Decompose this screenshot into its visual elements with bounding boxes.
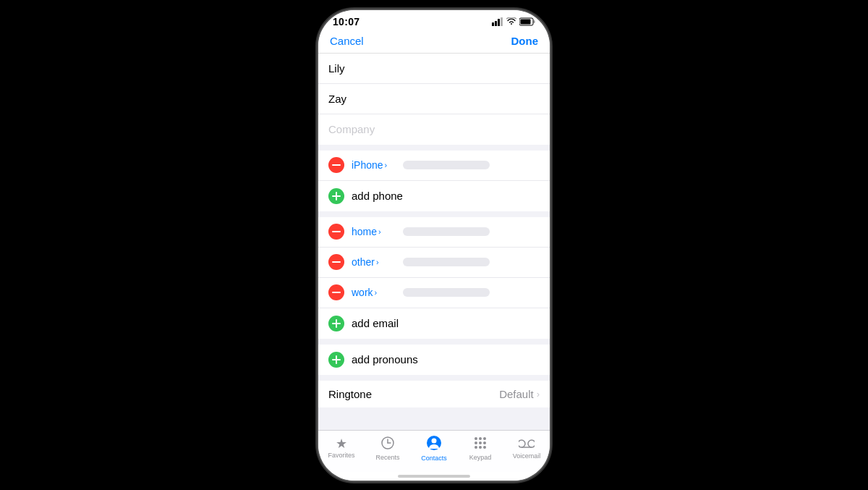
company-input[interactable] xyxy=(328,123,540,135)
favorites-icon: ★ xyxy=(336,437,347,450)
email-home-chevron: › xyxy=(378,227,381,236)
add-phone-button[interactable] xyxy=(328,188,344,204)
home-bar xyxy=(398,475,470,478)
ringtone-row[interactable]: Ringtone Default › xyxy=(318,381,550,407)
svg-rect-3 xyxy=(501,17,503,26)
svg-point-13 xyxy=(479,437,482,440)
first-name-row xyxy=(318,54,550,84)
svg-point-18 xyxy=(475,446,477,449)
svg-point-19 xyxy=(479,446,482,449)
nav-bar: Cancel Done xyxy=(318,30,550,54)
svg-rect-2 xyxy=(498,19,500,26)
last-name-row xyxy=(318,84,550,114)
tab-recents-label: Recents xyxy=(375,454,399,461)
ringtone-section: Ringtone Default › xyxy=(318,381,550,407)
voicemail-icon xyxy=(519,436,535,451)
tab-keypad-label: Keypad xyxy=(469,454,492,461)
contacts-icon xyxy=(426,435,442,453)
email-row-other: other › xyxy=(318,248,550,278)
battery-icon xyxy=(519,17,535,26)
add-email-label: add email xyxy=(352,317,399,329)
svg-point-17 xyxy=(483,442,486,444)
tab-favorites-label: Favorites xyxy=(328,452,354,459)
svg-point-20 xyxy=(483,446,486,449)
ringtone-value: Default xyxy=(499,388,534,400)
svg-point-16 xyxy=(479,442,482,444)
home-indicator xyxy=(318,472,550,481)
svg-point-11 xyxy=(432,438,437,443)
name-section xyxy=(318,54,550,145)
content-area: iPhone › add phone home › xyxy=(318,54,550,430)
pronouns-section: add pronouns xyxy=(318,345,550,375)
email-row-home: home › xyxy=(318,217,550,248)
add-pronouns-button[interactable] xyxy=(328,352,344,368)
tab-contacts-label: Contacts xyxy=(421,455,447,462)
company-row xyxy=(318,114,550,145)
phone-section: iPhone › add phone xyxy=(318,151,550,211)
ringtone-label: Ringtone xyxy=(328,388,372,400)
tab-contacts[interactable]: Contacts xyxy=(416,435,452,462)
remove-email-other-button[interactable] xyxy=(328,254,344,270)
add-pronouns-row[interactable]: add pronouns xyxy=(318,345,550,375)
svg-rect-0 xyxy=(492,22,494,26)
phone-label-iphone[interactable]: iPhone › xyxy=(352,159,399,171)
svg-rect-5 xyxy=(534,20,535,23)
first-name-input[interactable] xyxy=(328,62,540,75)
tab-keypad[interactable]: Keypad xyxy=(462,436,498,461)
add-phone-row[interactable]: add phone xyxy=(318,181,550,211)
svg-point-15 xyxy=(475,442,477,444)
phone-row-iphone: iPhone › xyxy=(318,151,550,181)
svg-point-22 xyxy=(528,440,535,447)
email-home-value-bar xyxy=(403,227,490,236)
add-email-button[interactable] xyxy=(328,316,344,331)
email-section: home › other › work › xyxy=(318,217,550,339)
signal-icon xyxy=(492,17,503,26)
svg-point-12 xyxy=(475,437,477,440)
tab-voicemail[interactable]: Voicemail xyxy=(509,436,545,460)
svg-point-14 xyxy=(483,437,486,440)
remove-email-work-button[interactable] xyxy=(328,284,344,300)
add-phone-label: add phone xyxy=(352,190,403,202)
phone-label-chevron: › xyxy=(385,161,388,169)
remove-phone-button[interactable] xyxy=(328,157,344,173)
email-other-value-bar xyxy=(403,258,490,266)
phone-value-bar xyxy=(403,161,490,169)
add-pronouns-label: add pronouns xyxy=(352,353,418,366)
add-email-row[interactable]: add email xyxy=(318,308,550,339)
status-bar: 10:07 xyxy=(318,10,550,30)
tab-recents[interactable]: Recents xyxy=(370,436,406,461)
phone-frame: 10:07 Cancel xyxy=(318,10,550,481)
svg-point-21 xyxy=(519,440,525,447)
email-label-home[interactable]: home › xyxy=(352,226,399,237)
ringtone-chevron: › xyxy=(537,389,540,400)
email-other-chevron: › xyxy=(376,258,379,266)
tab-voicemail-label: Voicemail xyxy=(513,452,541,460)
ringtone-right: Default › xyxy=(499,388,540,400)
svg-rect-1 xyxy=(495,21,497,26)
tab-favorites[interactable]: ★ Favorites xyxy=(323,437,359,459)
email-row-work: work › xyxy=(318,278,550,308)
keypad-icon xyxy=(473,436,488,452)
cancel-button[interactable]: Cancel xyxy=(330,35,364,47)
email-label-work[interactable]: work › xyxy=(352,287,399,298)
wifi-icon xyxy=(506,17,516,25)
last-name-input[interactable] xyxy=(328,93,540,105)
svg-rect-6 xyxy=(521,19,531,24)
email-label-other[interactable]: other › xyxy=(352,256,399,268)
status-icons xyxy=(492,17,535,26)
remove-email-home-button[interactable] xyxy=(328,224,344,240)
tab-bar: ★ Favorites Recents Contacts xyxy=(318,430,550,472)
email-work-chevron: › xyxy=(375,288,378,297)
recents-icon xyxy=(380,436,395,452)
email-work-value-bar xyxy=(403,288,490,297)
done-button[interactable]: Done xyxy=(511,35,539,47)
status-time: 10:07 xyxy=(333,16,359,28)
